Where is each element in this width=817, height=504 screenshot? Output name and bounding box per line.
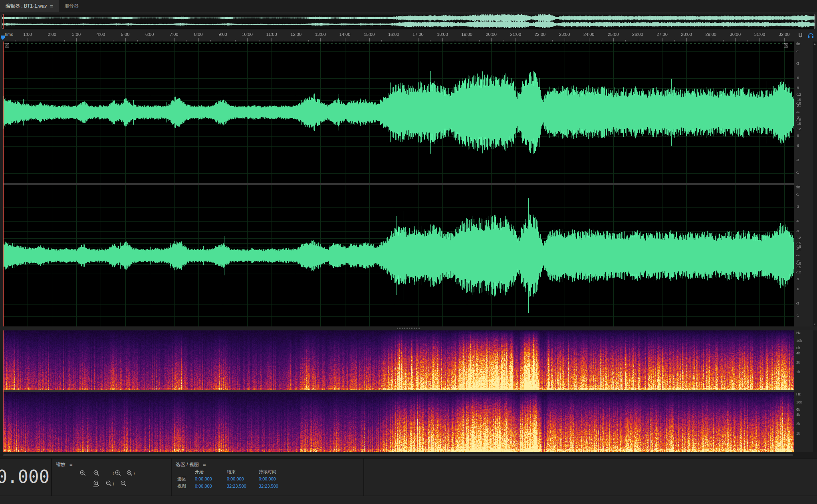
tab-mixer[interactable]: 混音器 (59, 0, 84, 12)
zoom-to-selection-button[interactable] (89, 479, 103, 488)
ruler-tick (516, 38, 516, 42)
col-duration-header: 持续时间 (259, 469, 299, 475)
scroll-up-icon[interactable]: ▲ (813, 42, 816, 45)
ruler-tick-label: 14:00 (339, 32, 351, 37)
waveform-display-area: dB-1-1-3-3-6-6-9-9-12-12-15-15-18-18-21-… (0, 42, 817, 326)
panel-menu-icon[interactable]: ≡ (50, 3, 53, 9)
ruler-tick-label: 32:00 (779, 32, 790, 37)
spectrogram-channel-left[interactable] (3, 330, 794, 390)
waveform-channel-right[interactable] (3, 185, 794, 326)
overview-range-bar[interactable] (2, 14, 815, 29)
view-end-value[interactable]: 32:23.500 (227, 484, 259, 488)
ruler-tick (272, 38, 272, 42)
selection-start-value[interactable]: 0:00.000 (195, 476, 227, 481)
playhead-line-spectral (3, 330, 4, 452)
ruler-tick-label: 3:00 (72, 32, 81, 37)
zoom-reset-button[interactable] (117, 479, 130, 488)
ruler-tick (198, 38, 199, 42)
db-scale-label: -9 (796, 229, 799, 233)
ruler-tick-label: 2:00 (48, 32, 56, 37)
zoom-in-at-in-point-button[interactable]: ⟨ (110, 469, 124, 478)
headphone-monitor-icon[interactable] (808, 33, 814, 39)
db-scale-label: -6 (796, 76, 799, 80)
ruler-tick-label: 13:00 (315, 32, 326, 37)
zoom-panel-title: 缩放 (56, 461, 65, 468)
horizontal-scroll-thumb[interactable] (3, 454, 793, 456)
db-scale-label: -1 (796, 170, 799, 174)
spectrogram-channel-right[interactable] (3, 392, 794, 452)
selection-duration-value[interactable]: 0:00.000 (259, 476, 299, 481)
vertical-scrollbar-spectral[interactable] (813, 330, 817, 452)
zoom-out-button[interactable] (89, 469, 103, 478)
spectral-display-area: Hz10k6k4k2k1k Hz10k6k4k2k1k (0, 330, 817, 452)
zoom-in-button[interactable] (76, 469, 89, 478)
zoom-out-at-point-button[interactable]: ⟩ (103, 479, 117, 488)
db-scale-label: -3 (796, 158, 799, 162)
overview-waveform[interactable] (2, 14, 815, 28)
vertical-scrollbar[interactable]: ▲ ▼ (813, 42, 817, 326)
db-scale-label: -1 (796, 192, 799, 196)
hz-scale-label: 2k (796, 360, 800, 364)
magnet-snap-icon[interactable] (798, 33, 803, 39)
ruler-tick-label: 17:00 (412, 32, 424, 37)
zoom-panel: 缩放 ≡ ⟨⟩⟩ (52, 459, 171, 496)
zoom-in-at-out-point-button[interactable]: ⟩ (124, 469, 137, 478)
ruler-tick-label: 10:00 (242, 32, 253, 37)
ruler-tick (735, 38, 736, 42)
hz-scale-label: 6k (796, 407, 800, 411)
row-view-label: 视图 (177, 483, 195, 489)
scroll-down-icon[interactable]: ▼ (813, 323, 816, 326)
divider-grip[interactable] (397, 328, 420, 329)
zoom-panel-menu-icon[interactable]: ≡ (69, 462, 73, 468)
db-amplitude-scale[interactable]: dB-1-1-3-3-6-6-9-9-12-12-15-15-18-18-21-… (794, 42, 813, 326)
view-start-value[interactable]: 0:00.000 (195, 484, 227, 488)
db-scale-label: -15 (796, 265, 801, 269)
ruler-tick-label: 20:00 (486, 32, 497, 37)
ruler-tick-label: 4:00 (97, 32, 105, 37)
db-scale-label: -9 (796, 277, 799, 281)
db-scale-label: -3 (796, 301, 799, 305)
horizontal-scroll-area[interactable] (0, 452, 817, 458)
selection-panel-menu-icon[interactable]: ≡ (203, 462, 206, 468)
db-scale-label: -21 (796, 104, 801, 108)
col-start-header: 开始 (195, 469, 227, 475)
ruler-tick (125, 38, 126, 42)
time-display-panel: 0:00.000 (0, 459, 51, 496)
view-duration-value[interactable]: 32:23.500 (259, 484, 299, 488)
current-time-display[interactable]: 0:00.000 (0, 459, 50, 495)
channel-divider[interactable] (3, 183, 794, 185)
tab-editor[interactable]: 编辑器 : BT1-1.wav ≡ (0, 0, 59, 12)
ruler-tick-label: 5:00 (121, 32, 129, 37)
db-scale-label: -∞ (796, 253, 799, 257)
hz-scale-label: 10k (796, 339, 802, 343)
ruler-tick-label: 1:00 (23, 32, 32, 37)
bottom-panel-strip: 0:00.000 缩放 ≡ ⟨⟩⟩ 选区 / 视图 ≡ 开始 结束 持续时间 选… (0, 458, 817, 496)
hz-scale-label: 2k (796, 422, 800, 426)
corner-handle-icon[interactable] (784, 43, 788, 47)
ruler-tick-label: 21:00 (510, 32, 522, 37)
ruler-tick-label: 18:00 (437, 32, 448, 37)
ruler-tick-label: 23:00 (559, 32, 570, 37)
wave-spectral-divider[interactable] (0, 326, 817, 330)
audition-window: 编辑器 : BT1-1.wav ≡ 混音器 hms 1:002:003:004:… (0, 0, 817, 504)
playhead-marker[interactable] (1, 36, 5, 40)
waveform-channel-left[interactable] (3, 42, 794, 183)
hz-scale-label: 4k (796, 413, 800, 417)
row-selection-label: 选区 (177, 476, 195, 482)
ruler-tick (759, 38, 760, 42)
ruler-tick (101, 38, 101, 42)
db-scale-label: -3 (796, 205, 799, 209)
ruler-tick-label: 22:00 (535, 32, 546, 37)
frequency-scale[interactable]: Hz10k6k4k2k1k Hz10k6k4k2k1k (794, 330, 813, 452)
ruler-tick (320, 38, 321, 42)
ruler-tick (52, 38, 52, 42)
db-scale-label: -21 (796, 259, 801, 263)
ruler-tick-label: 11:00 (266, 32, 277, 37)
corner-handle-icon[interactable] (5, 43, 9, 47)
ruler-tick (418, 38, 418, 42)
ruler-tick-label: 6:00 (145, 32, 154, 37)
tab-editor-label: 编辑器 : BT1-1.wav (6, 3, 47, 10)
selection-end-value[interactable]: 0:00.000 (227, 476, 259, 481)
timeline-ruler[interactable]: hms 1:002:003:004:005:006:007:008:009:00… (0, 30, 817, 42)
ruler-tick (296, 38, 296, 42)
